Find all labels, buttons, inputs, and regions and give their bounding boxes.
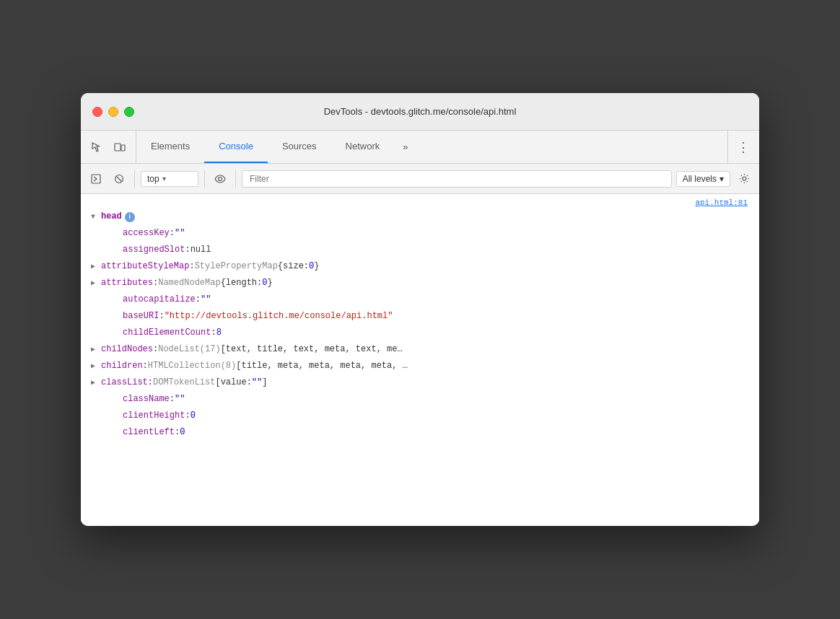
svg-point-5 — [743, 177, 746, 180]
tab-sources[interactable]: Sources — [268, 131, 331, 163]
devtools-toolbar: Elements Console Sources Network » ⋮ — [81, 131, 759, 164]
prop-row-attributeStyleMap[interactable]: attributeStyleMap : StylePropertyMap {si… — [81, 258, 759, 275]
clear-console-icon[interactable] — [110, 170, 128, 188]
prop-row-accessKey: accessKey : "" — [81, 225, 759, 242]
expand-arrow-attributes[interactable] — [91, 278, 101, 289]
toolbar-divider — [134, 170, 135, 188]
devtools-window: DevTools - devtools.glitch.me/console/ap… — [81, 93, 759, 526]
context-selector[interactable]: top ▾ — [141, 171, 198, 187]
window-title: DevTools - devtools.glitch.me/console/ap… — [324, 106, 517, 117]
console-output: api.html:81 head i accessKey : "" assign… — [81, 194, 759, 526]
traffic-lights — [92, 107, 134, 117]
device-toolbar-icon[interactable] — [110, 137, 130, 157]
maximize-button[interactable] — [124, 107, 134, 117]
prop-row-autocapitalize: autocapitalize : "" — [81, 291, 759, 308]
toolbar-divider-2 — [204, 170, 205, 188]
prop-row-attributes[interactable]: attributes : NamedNodeMap {length: 0 } — [81, 275, 759, 291]
tab-console[interactable]: Console — [204, 131, 268, 163]
head-info-badge[interactable]: i — [125, 212, 135, 222]
console-toolbar: top ▾ All levels ▾ — [81, 164, 759, 194]
toolbar-right: ⋮ — [727, 131, 759, 163]
prop-row-classList[interactable]: classList : DOMTokenList [value: "" ] — [81, 374, 759, 391]
more-menu-button[interactable]: ⋮ — [737, 139, 751, 155]
svg-point-4 — [219, 177, 222, 180]
filter-input[interactable] — [242, 170, 672, 188]
head-expand-arrow[interactable] — [91, 211, 101, 222]
levels-selector[interactable]: All levels ▾ — [676, 171, 730, 187]
expand-arrow-classList[interactable] — [91, 377, 101, 388]
context-arrow: ▾ — [162, 175, 166, 183]
prop-row-childNodes[interactable]: childNodes : NodeList(17) [text, title, … — [81, 341, 759, 358]
tab-elements[interactable]: Elements — [136, 131, 204, 163]
prop-row-childElementCount: childElementCount : 8 — [81, 325, 759, 341]
toolbar-icons — [81, 131, 136, 163]
tabs: Elements Console Sources Network » — [136, 131, 727, 163]
levels-arrow: ▾ — [719, 174, 724, 184]
prop-row-clientLeft: clientLeft : 0 — [81, 424, 759, 441]
expand-arrow-childNodes[interactable] — [91, 344, 101, 355]
toolbar-divider-3 — [235, 170, 236, 188]
file-reference[interactable]: api.html:81 — [81, 194, 759, 208]
prop-row-assignedSlot: assignedSlot : null — [81, 242, 759, 258]
settings-icon[interactable] — [735, 170, 753, 188]
live-expressions-icon[interactable] — [211, 170, 229, 188]
prop-row-children[interactable]: children : HTMLCollection(8) [title, met… — [81, 358, 759, 374]
prop-row-clientHeight: clientHeight : 0 — [81, 408, 759, 424]
expand-arrow-attributeStyleMap[interactable] — [91, 261, 101, 272]
tab-network[interactable]: Network — [331, 131, 395, 163]
svg-rect-1 — [121, 145, 125, 151]
svg-rect-0 — [115, 144, 121, 151]
head-node-name: head — [101, 210, 122, 223]
inspector-icon[interactable] — [87, 137, 107, 157]
tab-more[interactable]: » — [394, 131, 416, 163]
prop-row-className: className : "" — [81, 391, 759, 408]
title-bar: DevTools - devtools.glitch.me/console/ap… — [81, 93, 759, 131]
close-button[interactable] — [92, 107, 102, 117]
minimize-button[interactable] — [108, 107, 118, 117]
head-row[interactable]: head i — [81, 208, 759, 225]
prop-row-baseURI: baseURI : "http://devtools.glitch.me/con… — [81, 308, 759, 325]
execute-context-icon[interactable] — [87, 170, 105, 188]
expand-arrow-children[interactable] — [91, 361, 101, 372]
